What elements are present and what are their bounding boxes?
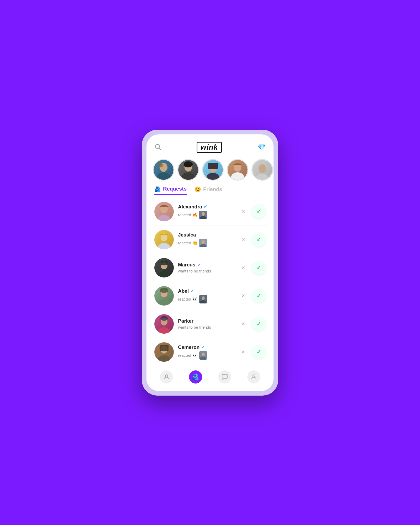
emoji-cameron: 👀 [192, 353, 198, 358]
verified-badge-marcus: ✔ [197, 262, 201, 267]
requests-tab-icon: 🫂 [154, 186, 161, 192]
accept-button-abel[interactable]: ✓ [252, 289, 266, 303]
notif-content-jessica: Jessica reacted 👏 [178, 232, 234, 247]
reject-button-parker[interactable]: ✕ [238, 319, 248, 329]
notif-content-marcus: Marcus ✔ wants to be friends [178, 262, 234, 273]
svg-point-26 [158, 271, 170, 277]
accept-button-marcus[interactable]: ✓ [252, 261, 266, 275]
notif-content-parker: Parker wants to be friends [178, 318, 234, 329]
story-avatar-5[interactable] [251, 159, 273, 181]
tabs-row: 🫂 Requests 😊 Friends [146, 186, 274, 195]
notif-content-abel: Abel ✔ reacted 👀 [178, 288, 234, 303]
premium-icon[interactable]: 💎 [257, 143, 266, 151]
notif-sub-marcus: wants to be friends [178, 269, 234, 273]
search-icon[interactable] [154, 143, 161, 151]
reject-button-cameron[interactable]: ✕ [238, 347, 248, 357]
thumb-cameron [199, 351, 207, 360]
svg-point-41 [202, 353, 205, 356]
story-avatar-4[interactable] [227, 159, 248, 181]
verified-badge-cameron: ✔ [201, 345, 204, 350]
list-item: Parker wants to be friends ✕ ✓ [152, 310, 268, 338]
reject-button-marcus[interactable]: ✕ [238, 263, 248, 272]
svg-point-6 [182, 172, 195, 180]
nav-item-requests[interactable]: 🫂 [189, 370, 202, 384]
svg-point-35 [158, 327, 170, 334]
reject-button-abel[interactable]: ✕ [238, 291, 248, 301]
verified-badge-alexandra: ✔ [204, 204, 207, 209]
friends-tab-icon: 😊 [195, 186, 201, 192]
notif-actions-jessica: ✕ ✓ [238, 233, 266, 246]
notif-sub-cameron: reacted 👀 [178, 351, 234, 360]
nav-requests-icon: 🫂 [192, 374, 199, 380]
app-logo: wink [197, 142, 222, 153]
tab-friends[interactable]: 😊 Friends [195, 186, 222, 195]
story-avatar-3[interactable] [202, 159, 224, 181]
checkmark-icon-alexandra: ✓ [256, 208, 261, 215]
story-avatar-2[interactable] [177, 159, 199, 181]
reject-button-alexandra[interactable]: ✕ [238, 207, 248, 216]
thumb-abel [199, 295, 207, 303]
svg-point-14 [256, 174, 269, 180]
notif-actions-cameron: ✕ ✓ [238, 345, 266, 359]
checkmark-icon-parker: ✓ [256, 321, 261, 327]
notif-actions-parker: ✕ ✓ [238, 317, 266, 331]
notif-content-cameron: Cameron ✔ reacted 👀 [178, 344, 234, 360]
avatar-jessica[interactable] [154, 230, 174, 249]
svg-point-9 [206, 173, 219, 180]
checkmark-icon-jessica: ✓ [256, 236, 261, 243]
emoji-alexandra: 🔥 [192, 212, 198, 217]
reject-button-jessica[interactable]: ✕ [238, 235, 248, 244]
notif-content-alexandra: Alexandra ✔ reacted 🔥 [178, 204, 234, 219]
notif-sub-abel: reacted 👀 [178, 295, 234, 303]
avatar-abel[interactable] [154, 286, 174, 306]
nav-item-profile[interactable] [160, 370, 173, 384]
accept-button-parker[interactable]: ✓ [252, 317, 266, 331]
svg-point-30 [160, 288, 168, 293]
accept-button-alexandra[interactable]: ✓ [252, 205, 266, 218]
svg-point-32 [202, 296, 205, 300]
svg-point-3 [157, 172, 170, 180]
svg-point-16 [158, 215, 170, 221]
svg-rect-10 [208, 163, 218, 169]
friends-tab-label: Friends [203, 186, 222, 192]
svg-line-1 [159, 148, 161, 149]
nav-item-me[interactable] [247, 370, 260, 384]
tab-requests[interactable]: 🫂 Requests [154, 186, 187, 195]
notif-sub-alexandra: reacted 🔥 [178, 211, 234, 219]
story-avatar-1[interactable] [153, 159, 174, 181]
emoji-abel: 👀 [192, 297, 198, 302]
svg-point-44 [253, 375, 255, 377]
requests-tab-label: Requests [163, 186, 187, 192]
svg-point-18 [202, 212, 205, 216]
svg-point-12 [231, 172, 244, 180]
notif-name-cameron: Cameron ✔ [178, 344, 234, 350]
avatar-alexandra[interactable] [154, 202, 174, 221]
accept-button-cameron[interactable]: ✓ [252, 345, 266, 359]
list-item: Marcus ✔ wants to be friends ✕ ✓ [152, 254, 268, 282]
notif-name-jessica: Jessica [178, 232, 234, 238]
checkmark-icon-cameron: ✓ [256, 349, 261, 355]
notif-sub-jessica: reacted 👏 [178, 239, 234, 247]
avatar-parker[interactable] [154, 314, 174, 334]
avatar-cameron[interactable] [154, 342, 174, 362]
notif-actions-marcus: ✕ ✓ [238, 261, 266, 275]
thumb-alexandra [199, 211, 207, 219]
svg-point-38 [158, 355, 170, 362]
notif-name-alexandra: Alexandra ✔ [178, 204, 234, 210]
svg-point-23 [202, 240, 205, 244]
checkmark-icon-abel: ✓ [256, 292, 261, 299]
list-item: Jessica reacted 👏 ✕ ✓ [152, 226, 268, 254]
svg-point-36 [160, 316, 168, 321]
accept-button-jessica[interactable]: ✓ [252, 233, 266, 246]
svg-point-43 [165, 375, 167, 377]
phone-screen: wink 💎 [146, 134, 274, 391]
nav-item-messages[interactable] [218, 370, 231, 384]
phone-frame: wink 💎 [142, 130, 278, 396]
svg-point-4 [158, 163, 163, 167]
notification-list: Alexandra ✔ reacted 🔥 ✕ ✓ [146, 198, 274, 366]
avatar-marcus[interactable] [154, 258, 174, 277]
list-item: Alexandra ✔ reacted 🔥 ✕ ✓ [152, 198, 268, 226]
svg-rect-39 [160, 345, 169, 351]
svg-point-13 [259, 164, 266, 173]
emoji-jessica: 👏 [192, 240, 198, 245]
